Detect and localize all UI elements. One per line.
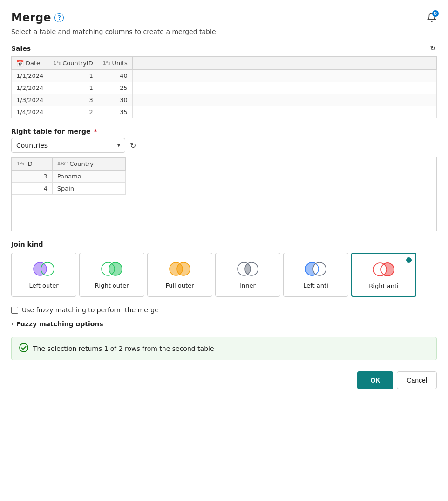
subtitle: Select a table and matching columns to c… (11, 28, 437, 35)
success-icon (19, 343, 28, 354)
table-row: 1/2/2024 1 25 (12, 82, 437, 94)
left-anti-label: Left anti (303, 282, 328, 289)
join-card-left-outer[interactable]: Left outer (11, 253, 76, 297)
title-area: Merge ? (11, 11, 64, 24)
table-row: 4 Spain (12, 183, 126, 195)
result-banner: The selection returns 1 of 2 rows from t… (11, 337, 437, 360)
left-outer-label: Left outer (29, 282, 58, 289)
right-outer-label: Right outer (95, 282, 129, 289)
venn-inner-icon (235, 261, 261, 277)
full-outer-label: Full outer (166, 282, 194, 289)
fuzzy-matching-checkbox[interactable] (11, 307, 18, 314)
empty-cell (132, 82, 436, 94)
dropdown-row: Countries ▾ ↻ (11, 138, 437, 153)
table-row: 1/4/2024 2 35 (12, 106, 437, 118)
venn-left-outer-icon (31, 261, 57, 277)
chevron-right-icon: › (11, 321, 14, 327)
countryid-type-icon: 1²₃ (53, 60, 61, 66)
join-kind-grid: Left outer Right outer Full outer Inner (11, 253, 437, 297)
right-anti-label: Right anti (369, 282, 398, 289)
right-table-section: Right table for merge * Countries ▾ ↻ (11, 128, 437, 153)
join-card-full-outer[interactable]: Full outer (147, 253, 212, 297)
sales-section-label: Sales ↻ (11, 43, 437, 54)
help-icon[interactable]: ? (54, 13, 64, 22)
join-card-right-anti[interactable]: Right anti (351, 253, 416, 297)
empty-cell (132, 106, 436, 118)
units-cell: 30 (98, 94, 132, 106)
venn-right-outer-icon (99, 261, 125, 277)
venn-full-outer-icon (167, 261, 193, 277)
dropdown-value: Countries (16, 142, 48, 149)
date-cell: 1/3/2024 (12, 94, 48, 106)
venn-left-anti-icon (303, 261, 329, 277)
sales-table: 📅 Date 1²₃ CountryID 1²₃ Units 1/1/2024 (11, 56, 437, 118)
required-star: * (94, 128, 97, 135)
units-cell: 40 (98, 70, 132, 82)
venn-right-anti-icon (371, 261, 397, 278)
countries-col-id: 1²₃ ID (12, 158, 53, 171)
fuzzy-options-label: Fuzzy matching options (16, 320, 103, 328)
country-cell: Spain (52, 183, 125, 195)
fuzzy-options-row[interactable]: › Fuzzy matching options (11, 320, 437, 328)
svg-point-20 (20, 343, 28, 352)
sales-col-countryid: 1²₃ CountryID (48, 57, 98, 70)
id-cell: 4 (12, 183, 53, 195)
id-cell: 3 (12, 171, 53, 183)
countryid-cell: 2 (48, 106, 98, 118)
join-kind-label: Join kind (11, 240, 437, 248)
date-icon: 📅 (16, 60, 24, 67)
sales-col-units: 1²₃ Units (98, 57, 132, 70)
table-row: 1/1/2024 1 40 (12, 70, 437, 82)
selected-indicator (406, 257, 412, 263)
countries-table-container: 1²₃ ID ABC Country 3 Panama 4 Spai (11, 157, 437, 231)
date-cell: 1/1/2024 (12, 70, 48, 82)
join-card-right-outer[interactable]: Right outer (79, 253, 144, 297)
ok-button[interactable]: OK (357, 371, 393, 389)
svg-point-5 (177, 262, 190, 275)
countryid-cell: 3 (48, 94, 98, 106)
sales-col-empty (132, 57, 436, 70)
dialog-header: Merge ? 0 (11, 11, 437, 24)
sales-col-date: 📅 Date (12, 57, 48, 70)
join-card-inner[interactable]: Inner (215, 253, 280, 297)
date-cell: 1/4/2024 (12, 106, 48, 118)
empty-cell (132, 94, 436, 106)
page-title: Merge (11, 11, 51, 24)
units-cell: 35 (98, 106, 132, 118)
country-cell: Panama (52, 171, 125, 183)
countries-table: 1²₃ ID ABC Country 3 Panama 4 Spai (12, 157, 126, 195)
chevron-down-icon: ▾ (117, 142, 120, 149)
fuzzy-matching-row: Use fuzzy matching to perform the merge (11, 306, 437, 314)
footer-buttons: OK Cancel (11, 371, 437, 389)
svg-point-3 (109, 262, 122, 275)
table-row: 1/3/2024 3 30 (12, 94, 437, 106)
units-type-icon: 1²₃ (103, 60, 110, 66)
table-row: 3 Panama (12, 171, 126, 183)
countryid-cell: 1 (48, 70, 98, 82)
svg-point-0 (34, 262, 47, 275)
sales-refresh-button[interactable]: ↻ (429, 43, 437, 54)
notification-badge: 0 (432, 10, 439, 17)
join-card-left-anti[interactable]: Left anti (283, 253, 348, 297)
countries-refresh-button[interactable]: ↻ (129, 140, 137, 151)
result-text: The selection returns 1 of 2 rows from t… (33, 345, 214, 352)
country-type-icon: ABC (57, 161, 68, 167)
inner-label: Inner (240, 282, 256, 289)
right-table-label: Right table for merge * (11, 128, 437, 135)
fuzzy-matching-label: Use fuzzy matching to perform the merge (22, 306, 159, 314)
units-cell: 25 (98, 82, 132, 94)
empty-cell (132, 70, 436, 82)
id-type-icon: 1²₃ (17, 161, 24, 167)
right-table-dropdown[interactable]: Countries ▾ (11, 138, 125, 153)
countries-col-country: ABC Country (52, 158, 125, 171)
countryid-cell: 1 (48, 82, 98, 94)
date-cell: 1/2/2024 (12, 82, 48, 94)
notification-icon[interactable]: 0 (427, 12, 437, 24)
cancel-button[interactable]: Cancel (397, 371, 437, 389)
